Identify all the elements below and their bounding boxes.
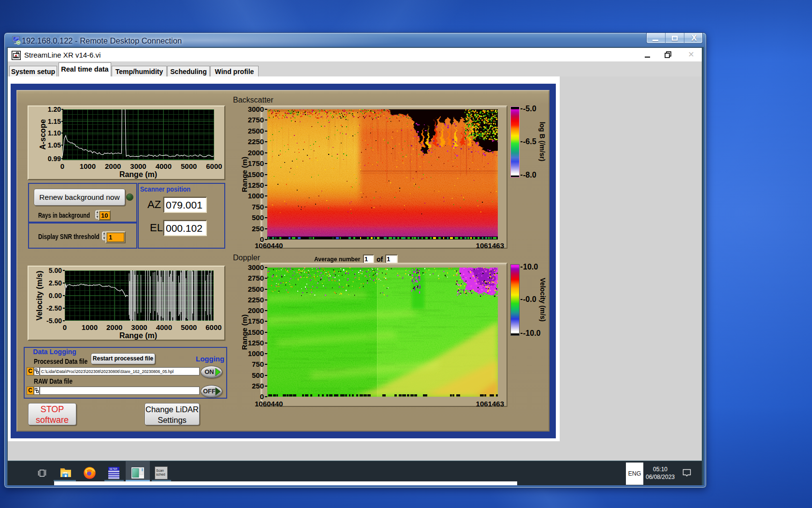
svg-text:SETER: SETER xyxy=(109,467,117,470)
